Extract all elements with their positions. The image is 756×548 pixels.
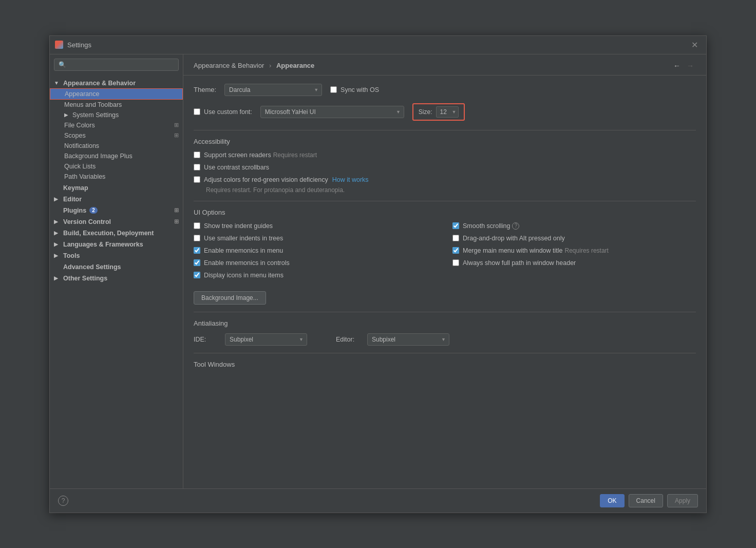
how-it-works-link[interactable]: How it works	[332, 176, 369, 183]
drag-drop-label[interactable]: Drag-and-drop with Alt pressed only	[452, 235, 565, 242]
merge-main-menu-checkbox[interactable]	[452, 247, 459, 254]
sidebar-item-menus-toolbars[interactable]: Menus and Toolbars	[50, 100, 183, 110]
sidebar-item-quick-lists[interactable]: Quick Lists	[50, 161, 183, 172]
sidebar-label: Plugins	[63, 207, 86, 214]
smaller-indents-label[interactable]: Use smaller indents in trees	[194, 235, 283, 242]
show-tree-indent-label[interactable]: Show tree indent guides	[194, 222, 273, 230]
show-tree-indent-checkbox[interactable]	[194, 222, 200, 229]
sidebar-item-system-settings[interactable]: ▶ System Settings	[50, 110, 183, 120]
breadcrumb: Appearance & Behavior › Appearance	[194, 62, 314, 69]
plugins-badge: 2	[89, 207, 98, 214]
sidebar-label: Keymap	[63, 184, 88, 192]
display-icons-row: Display icons in menu items	[194, 272, 437, 279]
sidebar-label: Build, Execution, Deployment	[63, 230, 154, 237]
mnemonics-menu-label[interactable]: Enable mnemonics in menu	[194, 247, 283, 254]
nav-back-button[interactable]: ←	[671, 61, 683, 71]
app-icon	[55, 41, 63, 49]
background-image-button[interactable]: Background Image...	[194, 291, 266, 305]
expand-arrow: ▼	[54, 80, 61, 86]
smaller-indents-checkbox[interactable]	[194, 235, 200, 241]
cancel-button[interactable]: Cancel	[629, 494, 663, 507]
sidebar-item-other-settings[interactable]: ▶ Other Settings	[50, 272, 183, 284]
sidebar-item-background-image-plus[interactable]: Background Image Plus	[50, 151, 183, 161]
expand-arrow: ▶	[64, 112, 70, 118]
sidebar-item-advanced-settings[interactable]: ▶ Advanced Settings	[50, 261, 183, 272]
sidebar-label: Quick Lists	[64, 163, 96, 170]
drag-drop-text: Drag-and-drop with Alt pressed only	[463, 235, 565, 242]
theme-row: Theme: Darcula IntelliJ Light High Contr…	[194, 84, 696, 96]
display-icons-label[interactable]: Display icons in menu items	[194, 272, 284, 279]
mnemonics-controls-label[interactable]: Enable mnemonics in controls	[194, 259, 290, 267]
editor-dropdown[interactable]: Subpixel Greyscale None	[367, 333, 449, 346]
screen-readers-label[interactable]: Support screen readers	[194, 152, 271, 159]
adjust-colors-label[interactable]: Adjust colors for red-green vision defic…	[194, 176, 328, 183]
background-image-btn-row: Background Image...	[194, 291, 696, 305]
breadcrumb-parent: Appearance & Behavior	[194, 62, 264, 69]
always-full-path-label[interactable]: Always show full path in window header	[452, 259, 576, 267]
sidebar-item-languages-frameworks[interactable]: ▶ Languages & Frameworks	[50, 238, 183, 250]
sync-with-os-checkbox[interactable]	[330, 86, 337, 93]
theme-dropdown[interactable]: Darcula IntelliJ Light High Contrast	[224, 84, 322, 96]
adjust-colors-checkbox[interactable]	[194, 176, 200, 183]
font-dropdown[interactable]: Microsoft YaHei UI Arial Consolas Segoe …	[260, 106, 404, 118]
screen-readers-checkbox[interactable]	[194, 152, 200, 158]
smooth-scrolling-checkbox[interactable]	[452, 222, 459, 229]
nav-forward-button[interactable]: →	[685, 61, 696, 71]
expand-arrow: ▶	[54, 253, 61, 258]
contrast-scrollbars-checkbox[interactable]	[194, 164, 200, 171]
right-options: Smooth scrolling ? Drag-and-drop with Al…	[452, 222, 696, 284]
sidebar-item-tools[interactable]: ▶ Tools	[50, 250, 183, 261]
size-spinner-wrap[interactable]: 12	[436, 106, 459, 118]
sidebar-label: Languages & Frameworks	[63, 241, 143, 248]
sidebar-label: System Settings	[72, 111, 119, 119]
size-input[interactable]: 12	[436, 106, 459, 118]
close-button[interactable]: ✕	[688, 39, 701, 51]
search-icon: 🔍	[59, 61, 66, 68]
sidebar-item-notifications[interactable]: Notifications	[50, 141, 183, 151]
sidebar-item-path-variables[interactable]: Path Variables	[50, 172, 183, 182]
ide-dropdown[interactable]: Subpixel Greyscale None	[225, 333, 307, 346]
sidebar-item-appearance[interactable]: Appearance	[50, 88, 183, 100]
apply-button[interactable]: Apply	[667, 494, 698, 507]
merge-main-menu-label[interactable]: Merge main menu with window title	[452, 247, 563, 254]
font-row: Use custom font: Microsoft YaHei UI Aria…	[194, 103, 696, 121]
theme-dropdown-wrap[interactable]: Darcula IntelliJ Light High Contrast	[224, 84, 322, 96]
sidebar-item-appearance-behavior[interactable]: ▼ Appearance & Behavior	[50, 77, 183, 88]
custom-font-checkbox[interactable]	[194, 108, 200, 115]
mnemonics-controls-checkbox[interactable]	[194, 259, 200, 266]
smooth-scrolling-label[interactable]: Smooth scrolling	[452, 222, 510, 230]
window-title: Settings	[67, 41, 688, 49]
sidebar-item-file-colors[interactable]: File Colors ⊞	[50, 120, 183, 130]
mnemonics-controls-text: Enable mnemonics in controls	[204, 259, 290, 267]
content-header: Appearance & Behavior › Appearance ← →	[183, 54, 706, 75]
smooth-scrolling-help-icon[interactable]: ?	[512, 222, 519, 230]
sync-with-os-label[interactable]: Sync with OS	[330, 86, 379, 93]
drag-drop-checkbox[interactable]	[452, 235, 459, 241]
sidebar-item-version-control[interactable]: ▶ Version Control ⊞	[50, 216, 183, 227]
contrast-scrollbars-label[interactable]: Use contrast scrollbars	[194, 164, 269, 171]
font-dropdown-wrap[interactable]: Microsoft YaHei UI Arial Consolas Segoe …	[260, 106, 404, 118]
sidebar-item-scopes[interactable]: Scopes ⊞	[50, 130, 183, 141]
sidebar-item-editor[interactable]: ▶ Editor	[50, 193, 183, 204]
expand-arrow: ▶	[54, 275, 61, 281]
custom-font-label[interactable]: Use custom font:	[194, 108, 252, 116]
footer: ? OK Cancel Apply	[50, 488, 706, 513]
always-full-path-checkbox[interactable]	[452, 259, 459, 266]
sidebar-item-keymap[interactable]: ▶ Keymap	[50, 182, 183, 193]
help-icon[interactable]: ?	[58, 496, 68, 506]
ok-button[interactable]: OK	[600, 494, 624, 507]
mnemonics-menu-checkbox[interactable]	[194, 247, 200, 254]
footer-buttons: OK Cancel Apply	[600, 494, 698, 507]
sidebar-item-build-execution[interactable]: ▶ Build, Execution, Deployment	[50, 227, 183, 238]
sidebar-item-plugins[interactable]: ▶ Plugins 2 ⊞	[50, 204, 183, 216]
contrast-scrollbars-row: Use contrast scrollbars	[194, 164, 696, 171]
size-label: Size:	[419, 108, 432, 116]
sync-with-os-text: Sync with OS	[341, 86, 379, 93]
editor-dropdown-wrap[interactable]: Subpixel Greyscale None	[367, 333, 449, 346]
search-input[interactable]	[69, 61, 174, 68]
display-icons-checkbox[interactable]	[194, 272, 200, 278]
search-box[interactable]: 🔍	[54, 59, 179, 71]
editor-label: Editor:	[336, 336, 359, 343]
sidebar-label: Background Image Plus	[64, 153, 133, 160]
ide-dropdown-wrap[interactable]: Subpixel Greyscale None	[225, 333, 307, 346]
